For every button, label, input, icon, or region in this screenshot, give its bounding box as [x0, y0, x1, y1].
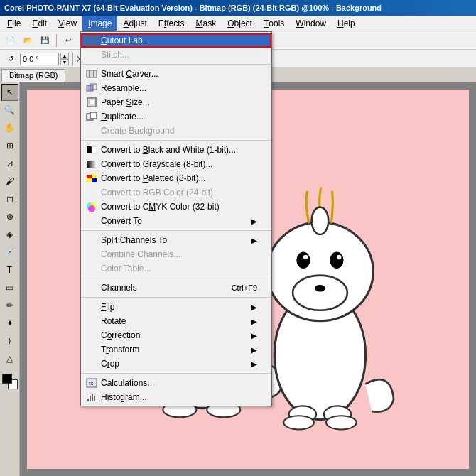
- menu-item-cutout-lab[interactable]: Cutout Lab...: [81, 33, 271, 48]
- tool-clone[interactable]: ⊕: [1, 208, 18, 225]
- menu-item-channels[interactable]: Channels Ctrl+F9: [81, 281, 271, 295]
- duplicate-icon: [85, 111, 98, 122]
- menu-item-duplicate[interactable]: Duplicate...: [81, 109, 271, 124]
- tool-freehand-mask[interactable]: ✏: [1, 297, 18, 314]
- tab-bitmap[interactable]: Bitmap (RGB): [1, 69, 65, 82]
- tool-eyedropper[interactable]: 💉: [1, 244, 18, 261]
- menu-image[interactable]: Image: [82, 16, 117, 31]
- image-dropdown-menu: Cutout Lab... Stitch... Smart Carver... …: [80, 31, 272, 406]
- correction-arrow: ▶: [251, 332, 257, 340]
- svg-text:fx: fx: [89, 380, 93, 386]
- angle-input[interactable]: [20, 53, 59, 65]
- tool-brush[interactable]: 🖌: [1, 173, 18, 190]
- resample-label: Resample...: [101, 83, 146, 93]
- cutout-lab-icon: [85, 35, 98, 46]
- cutout-lab-label: Cutout Lab...: [101, 36, 150, 45]
- flip-label: Flip: [101, 302, 114, 312]
- svg-rect-33: [90, 112, 97, 119]
- tool-crop[interactable]: ⊞: [1, 137, 18, 154]
- menu-adjust[interactable]: Adjust: [117, 16, 152, 31]
- convert-cmyk-label: Convert to CMYK Color (32-bit): [101, 202, 220, 212]
- svg-point-20: [315, 285, 325, 292]
- open-btn[interactable]: 📂: [20, 33, 36, 48]
- save-btn[interactable]: 💾: [37, 33, 53, 48]
- menu-file[interactable]: File: [1, 16, 26, 31]
- angle-spin[interactable]: ▲ ▼: [60, 53, 69, 65]
- menu-item-correction[interactable]: Correction ▶: [81, 328, 271, 342]
- menu-item-convert-bw[interactable]: Convert to Black and White (1-bit)...: [81, 143, 271, 157]
- tool-pan[interactable]: ✋: [1, 119, 18, 136]
- new-btn[interactable]: 📄: [3, 33, 18, 48]
- tool-eraser[interactable]: ◻: [1, 190, 18, 207]
- crop-arrow: ▶: [251, 360, 257, 368]
- left-toolbar: ↖ 🔍 ✋ ⊞ ⊿ 🖌 ◻ ⊕ ◈ 💉 T ▭ ✏ ✦ ⟩ △: [0, 82, 20, 476]
- tool-zoom[interactable]: 🔍: [1, 102, 18, 119]
- tool-shape[interactable]: △: [1, 350, 18, 367]
- menu-item-smart-carver[interactable]: Smart Carver...: [81, 67, 271, 81]
- rotate-label: Rotate: [101, 316, 126, 326]
- menu-item-convert-paletted[interactable]: Convert to Paletted (8-bit)...: [81, 171, 271, 185]
- tool-fill[interactable]: ◈: [1, 226, 18, 243]
- resample-icon: [85, 82, 98, 94]
- menu-item-stitch: Stitch...: [81, 48, 271, 62]
- tool-magic-wand[interactable]: ✦: [1, 315, 18, 332]
- foreground-color[interactable]: [2, 374, 12, 384]
- convert-bw-label: Convert to Black and White (1-bit)...: [101, 145, 236, 155]
- menu-item-calculations[interactable]: fx Calculations...: [81, 376, 271, 390]
- sep4: [72, 53, 73, 65]
- menu-tools[interactable]: Tools: [258, 16, 290, 31]
- tool-rect-mask[interactable]: ▭: [1, 279, 18, 296]
- tool-text[interactable]: T: [1, 261, 18, 278]
- rotate-arrow: ▶: [251, 318, 257, 325]
- convert-grayscale-icon: [85, 158, 98, 170]
- sep-2: [81, 140, 271, 141]
- convert-paletted-icon: [85, 173, 98, 184]
- sep-4: [81, 278, 271, 278]
- rotate-ccw-btn[interactable]: ↺: [3, 51, 18, 67]
- menu-window[interactable]: Window: [290, 16, 332, 31]
- tool-path[interactable]: ⟩: [1, 332, 18, 350]
- menu-view[interactable]: View: [53, 16, 82, 31]
- histogram-icon: [85, 391, 98, 403]
- convert-rgb-label: Convert to RGB Color (24-bit): [101, 188, 213, 198]
- menu-item-split-channels[interactable]: Split Channels To ▶: [81, 233, 271, 247]
- menu-help[interactable]: Help: [332, 16, 361, 31]
- menu-item-resample[interactable]: Resample...: [81, 81, 271, 95]
- menu-mask[interactable]: Mask: [190, 16, 222, 31]
- menu-object[interactable]: Object: [222, 16, 258, 31]
- combine-channels-label: Combine Channels...: [101, 249, 180, 259]
- svg-rect-36: [87, 161, 97, 168]
- sep-6: [81, 373, 271, 374]
- title-bar: Corel PHOTO-PAINT X7 (64-Bit Evaluation …: [0, 0, 476, 16]
- menu-item-rotate[interactable]: Rotate ▶: [81, 314, 271, 328]
- menu-item-histogram[interactable]: Histogram...: [81, 390, 271, 404]
- svg-rect-34: [87, 146, 92, 153]
- menu-edit[interactable]: Edit: [26, 16, 53, 31]
- menu-item-create-background: Create Background: [81, 124, 271, 138]
- menu-item-flip[interactable]: Flip ▶: [81, 300, 271, 314]
- menu-item-crop[interactable]: Crop ▶: [81, 357, 271, 371]
- stitch-label: Stitch...: [101, 50, 129, 60]
- svg-rect-48: [94, 396, 95, 401]
- svg-rect-26: [87, 36, 97, 45]
- svg-rect-38: [87, 175, 92, 178]
- convert-grayscale-label: Convert to Grayscale (8-bit)...: [101, 159, 212, 169]
- split-channels-arrow: ▶: [251, 237, 257, 244]
- tool-pointer[interactable]: ↖: [1, 84, 18, 101]
- svg-point-15: [293, 276, 347, 310]
- correction-label: Correction: [101, 330, 140, 340]
- histogram-label: Histogram...: [101, 392, 147, 402]
- tool-straighten[interactable]: ⊿: [1, 155, 18, 172]
- svg-rect-35: [92, 146, 97, 153]
- svg-point-18: [303, 255, 308, 259]
- menu-item-convert-grayscale[interactable]: Convert to Grayscale (8-bit)...: [81, 157, 271, 171]
- menu-effects[interactable]: Effects: [153, 16, 190, 31]
- sep-1: [81, 64, 271, 65]
- undo-btn[interactable]: ↩: [60, 33, 76, 48]
- menu-item-paper-size[interactable]: Paper Size...: [81, 95, 271, 109]
- tab-label: Bitmap (RGB): [9, 71, 58, 80]
- color-swatch-area: [2, 374, 18, 389]
- menu-item-convert-cmyk[interactable]: Convert to CMYK Color (32-bit): [81, 200, 271, 214]
- menu-item-transform[interactable]: Transform ▶: [81, 342, 271, 357]
- menu-item-convert-to[interactable]: Convert To ▶: [81, 214, 271, 228]
